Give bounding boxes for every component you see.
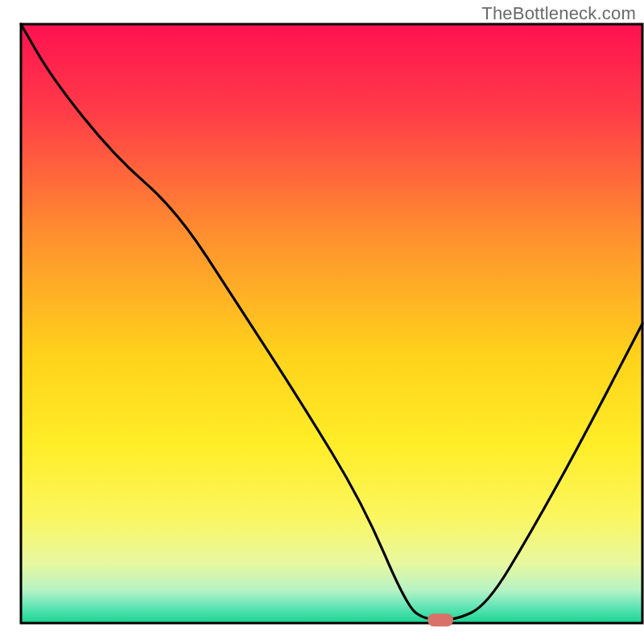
attribution-text: TheBottleneck.com (481, 3, 636, 24)
bottleneck-chart: TheBottleneck.com (0, 0, 644, 644)
optimal-marker (427, 613, 453, 626)
chart-svg (0, 0, 644, 644)
gradient-background (21, 24, 642, 623)
